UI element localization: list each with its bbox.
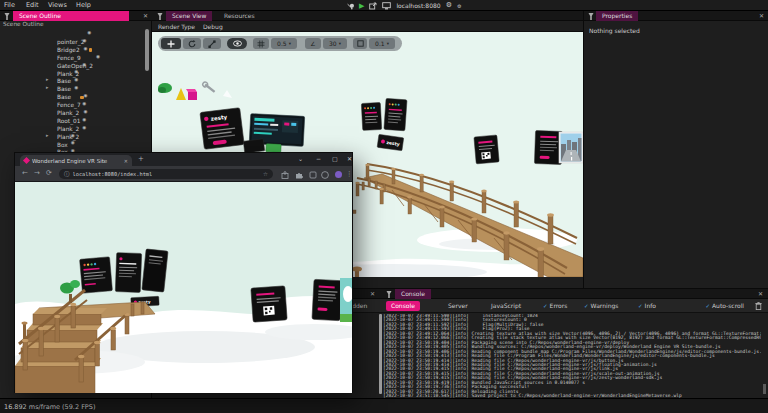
menu-edit[interactable]: Edit [26,1,39,9]
browser-3d-content[interactable]: zesty [15,182,352,393]
bookmark-star-icon[interactable]: ☆ [263,171,268,177]
visibility-icon[interactable]: ◉ [96,54,100,59]
expand-arrow-icon[interactable]: ▸ [46,76,49,84]
maximize-window-icon[interactable]: ▢ [332,155,338,162]
errors-filter-checkbox[interactable]: ✓Errors [543,301,567,311]
close-icon[interactable]: ✕ [758,289,763,299]
info-filter-checkbox[interactable]: ✓Info [638,301,656,311]
javascript-source-button[interactable]: JavaScript [486,301,526,311]
tree-row[interactable]: Plank_2◉ [0,116,146,124]
console-log[interactable]: [2022-10-07 23:49:11.590][Info] instance… [383,314,761,398]
tree-row[interactable]: Root_01◉ [0,108,146,116]
host-address-label[interactable]: localhost:8080 [396,2,440,9]
console-source-button[interactable]: Console [386,301,420,311]
console-scrollbar[interactable] [379,314,382,394]
visibility-icon[interactable]: ◉ [82,117,86,122]
visibility-icon[interactable]: ◉ [82,101,86,106]
reload-icon[interactable]: ⟳ [46,170,52,177]
tree-row[interactable]: Plank_2◉ [0,124,146,132]
visibility-icon[interactable]: ◉ [82,62,86,67]
address-bar[interactable]: ⓘ localhost:8080/index.html ☆ [59,169,273,179]
back-icon[interactable]: ← [22,170,28,177]
tree-row[interactable]: ▸Base◉ [0,76,146,84]
browser-window[interactable]: Wonderland Engine VR Site ✕ + ⌄ − ▢ ✕ ← … [14,152,353,393]
rotation-snap-value[interactable]: 30▾ [323,38,347,49]
wrench-icon[interactable] [346,2,354,10]
tab-properties[interactable]: Properties [596,11,638,21]
gear-icon[interactable]: ⚙ [446,2,452,9]
rotation-snap-button[interactable]: ∠ [305,38,321,49]
minimize-window-icon[interactable]: − [316,155,321,162]
tree-row[interactable]: pointer_2◉ [0,29,146,37]
rotate-tool-button[interactable] [183,38,201,49]
grid-snap-value[interactable]: 0.5▾ [271,38,297,49]
tree-row[interactable]: ▸Base◉ [0,84,146,92]
tab-console[interactable]: Console [395,289,431,299]
menu-views[interactable]: Views [48,1,67,9]
gear-small-icon[interactable]: ⚙ [457,3,461,9]
outline-scrollbar[interactable] [145,29,149,71]
scale-tool-button[interactable] [203,38,221,49]
visibility-icon[interactable]: ◉ [74,77,78,82]
tab-scene-view[interactable]: Scene View [166,11,212,21]
close-tab-icon[interactable]: ✕ [124,158,128,164]
server-source-button[interactable]: Server [443,301,473,311]
scale-snap-button[interactable] [353,38,367,49]
warnings-filter-checkbox[interactable]: ✓Warnings [584,301,618,311]
expand-arrow-icon[interactable]: ▸ [46,132,49,140]
panel-pin-icon[interactable] [386,291,392,298]
tree-row[interactable]: Fence_7◉ [0,92,146,100]
open-external-icon[interactable] [369,2,377,10]
profile-badge-icon[interactable] [321,171,329,179]
panel-pin-icon[interactable] [588,13,594,20]
browser-menu-icon[interactable]: ⋮ [346,170,353,178]
browser-tab[interactable]: Wonderland Engine VR Site ✕ [20,155,132,166]
tree-row[interactable]: Base◉ [0,68,146,76]
tab-scene-outline[interactable]: Scene Outline [13,11,129,21]
tree-row[interactable]: Fence_9◉ [0,45,146,53]
visibility-icon[interactable]: ◉ [83,38,87,43]
visibility-icon[interactable]: ◉ [82,125,86,130]
menu-help[interactable]: Help [76,1,91,9]
close-window-icon[interactable]: ✕ [347,155,352,162]
panel-pin-icon[interactable] [157,13,163,20]
close-icon[interactable]: ✕ [759,11,764,21]
menu-debug[interactable]: Debug [203,23,223,30]
close-icon[interactable]: ✕ [143,11,148,21]
forward-icon[interactable]: → [34,170,40,177]
site-info-icon[interactable]: ⓘ [64,171,70,178]
tab-search-icon[interactable]: ⌄ [298,155,303,162]
menu-render-type[interactable]: Render Type [158,23,195,30]
tree-row[interactable]: Plank_2◉ [0,100,146,108]
downloads-icon[interactable] [309,171,317,179]
new-tab-button[interactable]: + [138,155,144,163]
run-project-button[interactable]: ▶ [359,2,364,10]
translate-tool-button[interactable] [161,38,181,49]
avatar[interactable] [335,171,342,178]
close-icon[interactable]: ✕ [370,289,375,299]
view-mode-button[interactable] [227,38,247,49]
visibility-icon[interactable]: ◉ [71,140,75,145]
trash-icon[interactable] [755,302,762,310]
visibility-icon[interactable]: ◉ [74,85,78,90]
tree-row[interactable]: Plank_2◉ [0,61,146,69]
visibility-icon[interactable]: ◉ [83,109,87,114]
tree-row[interactable]: Bridge2◉ [0,37,146,45]
console-scrollbar-right[interactable] [763,384,766,394]
visibility-icon[interactable]: ◉ [74,69,78,74]
visibility-icon[interactable]: ◉ [71,133,75,138]
scale-snap-value[interactable]: 0.1▾ [369,38,395,49]
grid-snap-button[interactable] [253,38,269,49]
expand-arrow-icon[interactable]: ▸ [46,84,49,92]
visibility-icon[interactable]: ◉ [87,30,91,35]
tree-row[interactable]: GateOpen_2◉ [0,53,146,61]
tab-resources[interactable]: Resources [218,11,261,21]
tree-row[interactable]: Box◉ [0,139,146,147]
menu-file[interactable]: File [4,1,15,9]
browser-title-bar[interactable]: Wonderland Engine VR Site ✕ + ⌄ − ▢ ✕ [15,153,352,166]
tree-row[interactable]: ▸Box◉ [0,132,146,140]
share-icon[interactable] [281,171,289,179]
panel-pin-icon[interactable] [4,13,10,20]
autoscroll-checkbox[interactable]: ✓Auto-scroll [705,301,744,311]
visibility-icon[interactable]: ◉ [84,46,88,51]
